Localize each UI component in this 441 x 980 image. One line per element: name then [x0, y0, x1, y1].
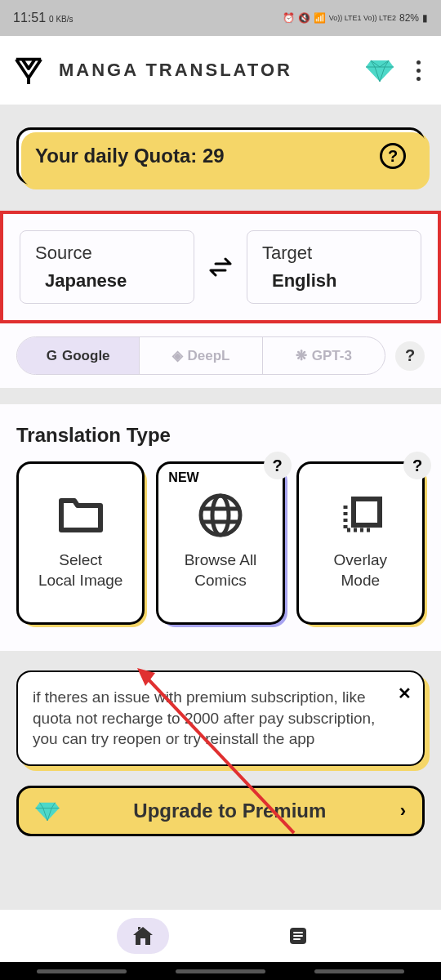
battery-icon: ▮ [422, 12, 428, 24]
svg-point-1 [212, 496, 229, 535]
status-bar: 11:51 0 KB/s ⏰ 🔇 📶 Vo)) LTE1 Vo)) LTE2 8… [0, 0, 441, 36]
quota-card[interactable]: Your daily Quota: 29 ? [16, 127, 425, 185]
nav-home[interactable] [117, 918, 169, 954]
status-time: 11:51 [13, 11, 46, 25]
mute-icon: 🔇 [298, 12, 310, 24]
type-label: Overlay Mode [334, 550, 387, 590]
wifi-icon: 📶 [314, 12, 326, 24]
language-section: Source Japanese Target English [0, 211, 441, 323]
globe-icon [196, 495, 245, 536]
signal-icon: Vo)) LTE1 Vo)) LTE2 [329, 14, 396, 22]
target-value: English [262, 270, 406, 292]
browse-comics-card[interactable]: NEW Browse All Comics [156, 461, 284, 625]
bottom-nav [0, 910, 441, 962]
type-title: Translation Type [16, 424, 425, 447]
upgrade-premium-button[interactable]: Upgrade to Premium › [16, 786, 425, 836]
engine-deepl[interactable]: ◈ DeepL [140, 337, 262, 374]
diamond-icon[interactable] [366, 59, 394, 82]
target-language-select[interactable]: Target English [247, 230, 421, 304]
type-label: Select Local Image [38, 550, 123, 590]
app-title: MANGA TRANSLATOR [59, 60, 292, 81]
system-nav-bar [0, 962, 441, 980]
help-icon[interactable]: ? [380, 143, 406, 169]
menu-button[interactable] [408, 54, 428, 87]
engine-google[interactable]: G Google [17, 337, 140, 374]
status-speed: 0 KB/s [49, 15, 73, 24]
type-label: Browse All Comics [185, 550, 257, 590]
source-label: Source [35, 243, 179, 264]
source-language-select[interactable]: Source Japanese [20, 230, 194, 304]
overlay-icon [336, 495, 385, 536]
alarm-icon: ⏰ [283, 12, 295, 24]
overlay-mode-card[interactable]: Overlay Mode [296, 461, 425, 625]
app-logo-icon [13, 55, 44, 86]
overlay-help-icon[interactable]: ? [403, 452, 431, 479]
translation-type-section: Translation Type Select Local Image ? NE… [0, 404, 441, 651]
diamond-icon [35, 801, 60, 821]
select-local-image-card[interactable]: Select Local Image [16, 461, 145, 625]
engine-row: G Google ◈ DeepL ❋ GPT-3 ? [0, 323, 441, 388]
folder-icon [56, 495, 105, 536]
notice-text: if theres an issue with premium subscrip… [33, 687, 387, 750]
target-label: Target [262, 243, 406, 264]
chevron-right-icon: › [400, 800, 406, 822]
battery-text: 82% [399, 12, 419, 24]
app-header: MANGA TRANSLATOR [0, 36, 441, 105]
close-icon[interactable]: ✕ [398, 684, 412, 703]
premium-label: Upgrade to Premium [73, 800, 387, 822]
new-badge: NEW [168, 470, 198, 485]
browse-help-icon[interactable]: ? [264, 452, 292, 479]
quota-text: Your daily Quota: 29 [35, 145, 225, 167]
source-value: Japanese [35, 270, 179, 292]
engine-help-icon[interactable]: ? [395, 341, 425, 371]
engine-gpt3[interactable]: ❋ GPT-3 [263, 337, 385, 374]
svg-point-0 [201, 496, 240, 535]
svg-rect-2 [354, 499, 380, 525]
notice-card: if theres an issue with premium subscrip… [16, 670, 425, 766]
nav-list[interactable] [272, 918, 324, 954]
swap-languages-icon[interactable] [204, 257, 237, 277]
